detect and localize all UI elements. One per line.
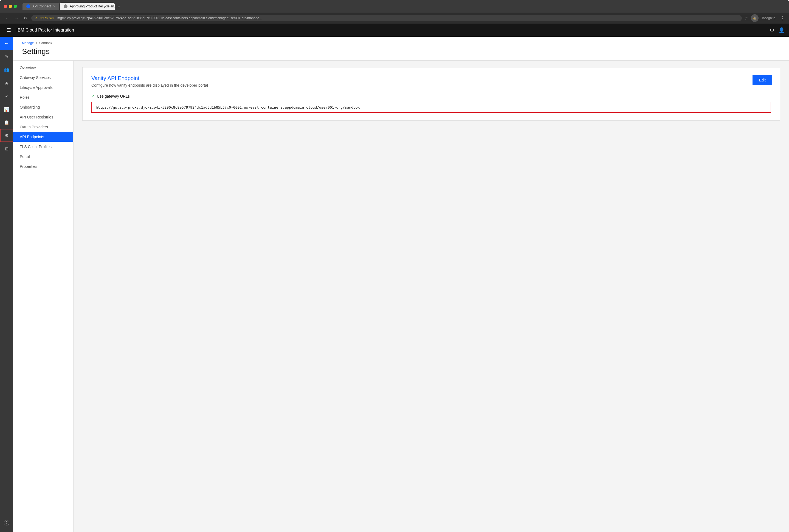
app-title: IBM Cloud Pak for Integration [17,28,74,33]
breadcrumb-manage-link[interactable]: Manage [22,41,34,45]
sidebar-edit-button[interactable]: ✎ [0,50,13,63]
main-area: ← ✎ 👥 A ✓ 📊 [0,37,789,532]
nav-item-api-user-registries[interactable]: API User Registries [13,112,73,122]
minimize-window-button[interactable] [9,5,12,8]
page-title: Settings [22,47,780,60]
nav-item-api-endpoints[interactable]: API Endpoints [13,132,73,142]
tab-label-api-connect: API Connect [32,4,51,8]
security-warning-icon: ⚠ [35,16,38,20]
top-nav-right: ⚙ 👤 [770,27,785,33]
top-nav: ☰ IBM Cloud Pak for Integration ⚙ 👤 [0,24,789,37]
card-title: Vanity API Endpoint [91,75,771,81]
chart-icon: 📊 [4,107,9,112]
use-gateway-urls-label: Use gateway URLs [97,94,130,98]
bookmark-icon[interactable]: ☆ [745,16,748,20]
url-input-display: https://gw.icp-proxy.djc-icp4i-5290c8c8e… [91,102,771,113]
edit-button[interactable]: Edit [752,75,772,85]
incognito-label: Incognito [762,16,775,20]
nav-item-oauth-providers[interactable]: OAuth Providers [13,122,73,132]
nav-item-roles[interactable]: Roles [13,92,73,102]
content-header: Manage / Sandbox Settings [13,37,789,61]
nav-item-overview[interactable]: Overview [13,63,73,73]
settings-sidebar: Overview Gateway Services Lifecycle Appr… [13,61,74,532]
back-to-dashboard-button[interactable]: ← [0,37,13,50]
checkmark-icon: ✓ [91,94,95,98]
vanity-api-endpoint-card: Vanity API Endpoint Configure how vanity… [82,67,780,121]
forward-nav-button[interactable]: → [13,15,20,21]
settings-icon: ⚙ [5,133,8,138]
app-container: ☰ IBM Cloud Pak for Integration ⚙ 👤 ← ✎ [0,24,789,532]
users-icon: 👥 [4,67,9,72]
browser-tabs: API Connect ✕ Approving Product lifecycl… [22,3,785,10]
settings-nav-icon[interactable]: ⚙ [770,27,774,33]
sidebar-api-button[interactable]: A [0,76,13,89]
icon-sidebar: ← ✎ 👥 A ✓ 📊 [0,37,13,532]
breadcrumb-sandbox: Sandbox [39,41,52,45]
use-gateway-urls-row: ✓ Use gateway URLs [91,94,771,98]
back-nav-button[interactable]: ← [4,15,11,21]
breadcrumb-separator: / [36,41,37,45]
close-window-button[interactable] [4,5,7,8]
sidebar-catalog-button[interactable]: 📋 [0,116,13,129]
not-secure-label: Not Secure [39,16,55,20]
api-icon: A [5,81,8,85]
browser-titlebar: API Connect ✕ Approving Product lifecycl… [0,0,789,13]
sidebar-users-button[interactable]: 👥 [0,63,13,76]
nav-item-lifecycle-approvals[interactable]: Lifecycle Approvals [13,82,73,92]
sidebar-grid-button[interactable]: ⊞ [0,142,13,155]
sidebar-settings-button[interactable]: ⚙ [0,129,13,142]
grid-icon: ⊞ [5,146,8,151]
url-text: mgmt.icp-proxy.djc-icp4i-5290c8c8e579792… [57,16,262,20]
help-icon: ? [4,520,9,526]
browser-tab-api-connect[interactable]: API Connect ✕ [22,3,59,10]
settings-content-flex: Overview Gateway Services Lifecycle Appr… [13,61,789,532]
sidebar-chart-button[interactable]: 📊 [0,102,13,116]
maximize-window-button[interactable] [14,5,17,8]
nav-item-gateway-services[interactable]: Gateway Services [13,73,73,82]
back-icon: ← [4,41,9,46]
sidebar-check-button[interactable]: ✓ [0,89,13,102]
tab-label-approving: Approving Product lifecycle an... [70,4,115,8]
catalog-icon: 📋 [4,120,9,125]
api-endpoint-url: https://gw.icp-proxy.djc-icp4i-5290c8c8e… [96,105,360,109]
icon-sidebar-top: ✎ 👥 A ✓ 📊 📋 [0,50,13,516]
traffic-lights [4,5,17,8]
nav-item-portal[interactable]: Portal [13,152,73,162]
reload-button[interactable]: ↺ [22,15,29,21]
sidebar-help-button[interactable]: ? [0,516,13,529]
tab-close-api-connect[interactable]: ✕ [53,5,55,8]
card-description: Configure how vanity endpoints are displ… [91,83,771,88]
browser-tab-approving[interactable]: Approving Product lifecycle an... ✕ [60,3,115,10]
nav-item-onboarding[interactable]: Onboarding [13,102,73,112]
new-tab-button[interactable]: + [115,4,123,10]
breadcrumb: Manage / Sandbox [22,41,780,45]
icon-sidebar-bottom: ? [0,516,13,532]
nav-item-tls-client-profiles[interactable]: TLS Client Profiles [13,142,73,152]
url-input[interactable]: ⚠ Not Secure mgmt.icp-proxy.djc-icp4i-52… [31,15,742,21]
more-options-button[interactable]: ⋮ [780,15,785,21]
hamburger-menu-button[interactable]: ☰ [4,25,13,35]
nav-item-properties[interactable]: Properties [13,162,73,171]
content-body: Vanity API Endpoint Configure how vanity… [74,61,789,532]
tab-favicon-approving [64,4,68,8]
check-icon: ✓ [5,94,8,99]
user-nav-icon[interactable]: 👤 [778,27,785,33]
right-panel: Manage / Sandbox Settings Overview Gatew… [13,37,789,532]
tab-favicon-api-connect [26,4,30,8]
incognito-icon: 🕵 [753,16,757,20]
address-bar: ← → ↺ ⚠ Not Secure mgmt.icp-proxy.djc-ic… [0,13,789,24]
edit-icon: ✎ [5,54,8,59]
incognito-button[interactable]: 🕵 [751,14,758,22]
